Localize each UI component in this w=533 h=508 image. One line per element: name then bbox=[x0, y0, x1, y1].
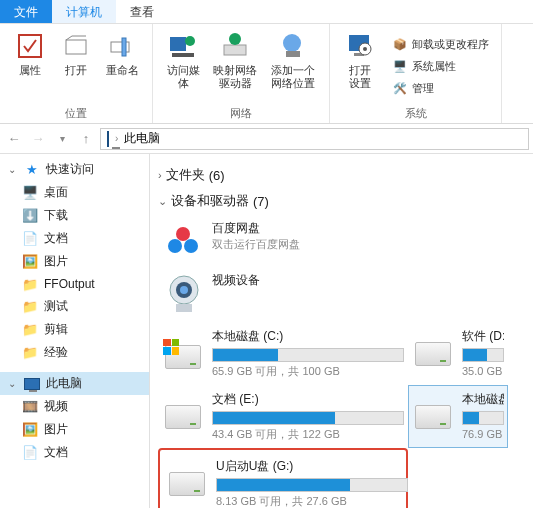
map-drive-button[interactable]: 映射网络 驱动器 bbox=[207, 28, 263, 104]
sidebar-item-label: 图片 bbox=[44, 253, 68, 270]
nav-forward-button[interactable]: → bbox=[28, 129, 48, 149]
usage-bar bbox=[212, 411, 404, 425]
chevron-down-icon: ⌄ bbox=[8, 378, 18, 389]
sidebar-item-label: 测试 bbox=[44, 298, 68, 315]
chevron-right-icon: › bbox=[158, 169, 162, 181]
folder-icon: 📁 bbox=[22, 276, 38, 292]
drive-stats: 35.0 GB 可 bbox=[462, 364, 504, 379]
camera-icon bbox=[162, 272, 204, 316]
sidebar-item-label: 文档 bbox=[44, 230, 68, 247]
sidebar-item[interactable]: 📁经验 bbox=[0, 341, 149, 364]
svg-rect-0 bbox=[19, 35, 41, 57]
open-button[interactable]: 打开 bbox=[54, 28, 98, 104]
nav-up-button[interactable]: ↑ bbox=[76, 129, 96, 149]
access-media-button[interactable]: 访问媒体 bbox=[161, 28, 205, 104]
ribbon-group-network: 访问媒体 映射网络 驱动器 添加一个 网络位置 网络 bbox=[153, 24, 330, 123]
nav-back-button[interactable]: ← bbox=[4, 129, 24, 149]
sidebar-this-pc[interactable]: ⌄ 此电脑 bbox=[0, 372, 149, 395]
rename-button[interactable]: 重命名 bbox=[100, 28, 144, 104]
sidebar-item-label: 剪辑 bbox=[44, 321, 68, 338]
navigation-pane: ⌄ ★ 快速访问 🖥️桌面⬇️下载📄文档🖼️图片📁FFOutput📁测试📁剪辑📁… bbox=[0, 154, 150, 508]
svg-point-20 bbox=[180, 286, 188, 294]
folder-icon: 📁 bbox=[22, 345, 38, 361]
sidebar-item[interactable]: 📁FFOutput bbox=[0, 273, 149, 295]
desktop-icon: 🖥️ bbox=[22, 185, 38, 201]
tab-file[interactable]: 文件 bbox=[0, 0, 52, 23]
tab-view[interactable]: 查看 bbox=[116, 0, 168, 23]
usb-disk-icon bbox=[166, 458, 208, 508]
settings-icon bbox=[344, 30, 376, 62]
usage-bar bbox=[462, 348, 504, 362]
svg-rect-4 bbox=[170, 37, 186, 51]
drive-name: 软件 (D:) bbox=[462, 328, 504, 345]
sidebar-item[interactable]: 📄文档 bbox=[0, 441, 149, 464]
sidebar-item-label: 经验 bbox=[44, 344, 68, 361]
svg-point-15 bbox=[176, 227, 190, 241]
drive-item[interactable]: 百度网盘双击运行百度网盘 bbox=[158, 214, 408, 266]
svg-rect-3 bbox=[122, 38, 126, 56]
uninstall-icon: 📦 bbox=[392, 36, 408, 52]
sysprops-button[interactable]: 🖥️系统属性 bbox=[388, 56, 493, 76]
section-folders[interactable]: › 文件夹 (6) bbox=[158, 162, 533, 188]
sidebar-item[interactable]: 📁剪辑 bbox=[0, 318, 149, 341]
properties-button[interactable]: 属性 bbox=[8, 28, 52, 104]
open-settings-button[interactable]: 打开 设置 bbox=[338, 28, 382, 104]
add-netloc-button[interactable]: 添加一个 网络位置 bbox=[265, 28, 321, 104]
svg-point-17 bbox=[184, 239, 198, 253]
manage-button[interactable]: 🛠️管理 bbox=[388, 78, 493, 98]
sidebar-item[interactable]: 🖼️图片 bbox=[0, 250, 149, 273]
documents-icon: 📄 bbox=[22, 231, 38, 247]
sysprops-icon: 🖥️ bbox=[392, 58, 408, 74]
svg-rect-7 bbox=[224, 45, 246, 55]
group-label-location: 位置 bbox=[65, 104, 87, 121]
drive-item[interactable]: 视频设备 bbox=[158, 266, 408, 322]
chevron-down-icon: ⌄ bbox=[8, 164, 18, 175]
drive-item[interactable]: 软件 (D:)35.0 GB 可 bbox=[408, 322, 508, 385]
svg-point-5 bbox=[185, 36, 195, 46]
usage-bar bbox=[216, 478, 408, 492]
open-icon bbox=[60, 30, 92, 62]
rename-icon bbox=[106, 30, 138, 62]
drive-name: 本地磁盘 bbox=[462, 391, 504, 408]
sidebar-item[interactable]: 🖼️图片 bbox=[0, 418, 149, 441]
usage-bar bbox=[462, 411, 504, 425]
drive-stats: 65.9 GB 可用，共 100 GB bbox=[212, 364, 404, 379]
drive-item[interactable]: 本地磁盘76.9 GB 可 bbox=[408, 385, 508, 448]
section-devices[interactable]: ⌄ 设备和驱动器 (7) bbox=[158, 188, 533, 214]
sidebar-item-label: 下载 bbox=[44, 207, 68, 224]
drive-item[interactable]: 本地磁盘 (C:)65.9 GB 可用，共 100 GB bbox=[158, 322, 408, 385]
documents-icon: 📄 bbox=[22, 445, 38, 461]
svg-point-9 bbox=[283, 34, 301, 52]
nav-recent-button[interactable]: ▾ bbox=[52, 129, 72, 149]
ribbon-tabs: 文件 计算机 查看 bbox=[0, 0, 533, 24]
svg-rect-10 bbox=[286, 51, 300, 57]
media-icon bbox=[167, 30, 199, 62]
sidebar-item[interactable]: 🖥️桌面 bbox=[0, 181, 149, 204]
disk-icon bbox=[412, 328, 454, 379]
sidebar-quick-access[interactable]: ⌄ ★ 快速访问 bbox=[0, 158, 149, 181]
folder-icon: 📁 bbox=[22, 299, 38, 315]
svg-point-14 bbox=[363, 47, 367, 51]
uninstall-button[interactable]: 📦卸载或更改程序 bbox=[388, 34, 493, 54]
drive-item[interactable]: 文档 (E:)43.4 GB 可用，共 122 GB bbox=[158, 385, 408, 448]
drive-name: 本地磁盘 (C:) bbox=[212, 328, 404, 345]
sidebar-item[interactable]: 🎞️视频 bbox=[0, 395, 149, 418]
drive-name: 百度网盘 bbox=[212, 220, 404, 237]
svg-rect-6 bbox=[172, 53, 194, 57]
disk-icon bbox=[412, 391, 454, 442]
sidebar-item[interactable]: 📄文档 bbox=[0, 227, 149, 250]
svg-point-8 bbox=[229, 33, 241, 45]
ribbon-group-system: 打开 设置 📦卸载或更改程序 🖥️系统属性 🛠️管理 系统 bbox=[330, 24, 502, 123]
sidebar-item[interactable]: ⬇️下载 bbox=[0, 204, 149, 227]
disk-icon bbox=[162, 391, 204, 442]
sidebar-item-label: 文档 bbox=[44, 444, 68, 461]
sidebar-item[interactable]: 📁测试 bbox=[0, 295, 149, 318]
sidebar-item-label: FFOutput bbox=[44, 277, 95, 291]
tab-computer[interactable]: 计算机 bbox=[52, 0, 116, 23]
address-field[interactable]: › 此电脑 bbox=[100, 128, 529, 150]
content-pane: › 文件夹 (6) ⌄ 设备和驱动器 (7) 百度网盘双击运行百度网盘视频设备本… bbox=[150, 154, 533, 508]
drive-item[interactable]: U启动U盘 (G:)8.13 GB 可用，共 27.6 GB bbox=[162, 452, 412, 508]
drive-stats: 8.13 GB 可用，共 27.6 GB bbox=[216, 494, 408, 508]
thispc-icon bbox=[107, 132, 109, 146]
video-icon: 🎞️ bbox=[22, 399, 38, 415]
